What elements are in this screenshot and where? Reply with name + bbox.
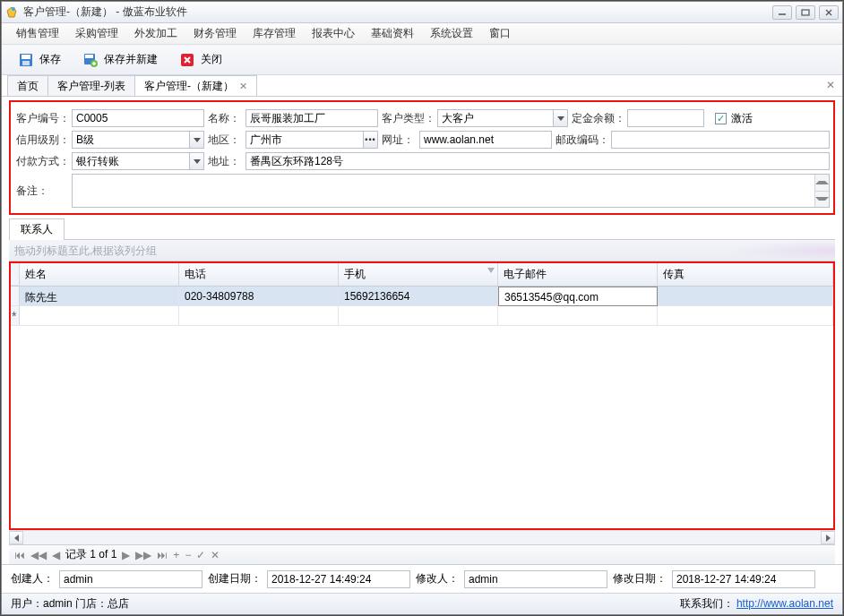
- modify-date-input[interactable]: [672, 570, 815, 588]
- label-remark: 备注：: [14, 184, 70, 199]
- modifier-input[interactable]: [464, 570, 607, 588]
- region-input[interactable]: [245, 131, 364, 149]
- app-window: 客户管理-（新建） - 傲蓝布业软件 销售管理 采购管理 外发加工 财务管理 库…: [1, 1, 843, 615]
- label-name: 名称：: [206, 111, 244, 126]
- tab-home[interactable]: 首页: [7, 75, 48, 96]
- tab-customer-new-label: 客户管理-（新建）: [144, 79, 234, 94]
- scroll-left-icon[interactable]: [9, 531, 23, 544]
- svg-rect-7: [22, 55, 30, 59]
- cell-email[interactable]: 36513545@qq.com: [498, 287, 658, 306]
- tab-contacts[interactable]: 联系人: [9, 218, 65, 240]
- record-navigator: ⏮ ◀◀ ◀ 记录 1 of 1 ▶ ▶▶ ⏭ + − ✓ ✕: [9, 544, 835, 564]
- create-date-input[interactable]: [267, 570, 410, 588]
- maximize-button[interactable]: [796, 5, 815, 20]
- customer-type-select[interactable]: [437, 109, 554, 127]
- remark-scroll-up-icon[interactable]: [815, 175, 829, 192]
- menu-outsourcing[interactable]: 外发加工: [129, 23, 183, 44]
- menu-sales[interactable]: 销售管理: [11, 23, 65, 44]
- credit-level-select[interactable]: [72, 131, 190, 149]
- menu-settings[interactable]: 系统设置: [425, 23, 478, 44]
- customer-code-input[interactable]: [72, 109, 204, 127]
- customer-type-dropdown-icon[interactable]: [554, 109, 568, 127]
- active-checkbox[interactable]: ✓: [715, 113, 727, 124]
- label-code: 客户编号：: [14, 111, 70, 126]
- status-bar: 用户：admin 门店：总店 联系我们： http://www.aolan.ne…: [2, 593, 842, 614]
- payment-method-dropdown-icon[interactable]: [190, 152, 204, 170]
- cell-fax[interactable]: [658, 287, 833, 306]
- close-button[interactable]: 关闭: [174, 49, 228, 71]
- cell-mobile[interactable]: 15692136654: [339, 287, 498, 306]
- status-link[interactable]: http://www.aolan.net: [736, 597, 833, 610]
- col-fax[interactable]: 传真: [658, 263, 833, 286]
- region-picker-icon[interactable]: •••: [364, 131, 378, 149]
- table-row-new[interactable]: [11, 306, 833, 326]
- tabs-close-all-icon[interactable]: ✕: [826, 79, 835, 91]
- remark-textarea[interactable]: [72, 174, 830, 208]
- menu-window[interactable]: 窗口: [484, 23, 516, 44]
- postal-code-input[interactable]: [611, 131, 830, 149]
- nav-first-icon[interactable]: ⏮: [14, 549, 25, 561]
- nav-last-icon[interactable]: ⏭: [157, 549, 168, 561]
- title-bar: 客户管理-（新建） - 傲蓝布业软件: [2, 2, 842, 23]
- menu-reports[interactable]: 报表中心: [306, 23, 360, 44]
- menu-purchase[interactable]: 采购管理: [70, 23, 124, 44]
- svg-rect-3: [802, 10, 809, 15]
- tab-customer-list-label: 客户管理-列表: [57, 79, 125, 94]
- record-position: 记录 1 of 1: [65, 547, 116, 562]
- new-row-indicator[interactable]: [11, 306, 20, 326]
- creator-input[interactable]: [59, 570, 202, 588]
- tab-customer-list[interactable]: 客户管理-列表: [47, 75, 135, 96]
- cell-name[interactable]: 陈先生: [20, 287, 179, 306]
- minimize-button[interactable]: [772, 5, 792, 20]
- nav-prev-page-icon[interactable]: ◀◀: [30, 549, 47, 561]
- nav-prev-icon[interactable]: ◀: [52, 549, 60, 561]
- nav-cancel-icon[interactable]: ✕: [211, 549, 220, 561]
- col-mobile[interactable]: 手机: [339, 263, 498, 286]
- customer-name-input[interactable]: [245, 109, 378, 127]
- menu-basedata[interactable]: 基础资料: [366, 23, 419, 44]
- col-mobile-filter-icon[interactable]: [487, 268, 495, 273]
- save-label: 保存: [39, 52, 61, 67]
- grid-group-hint[interactable]: 拖动列标题至此,根据该列分组: [9, 240, 835, 261]
- col-email[interactable]: 电子邮件: [498, 263, 658, 286]
- table-row[interactable]: 陈先生 020-34809788 15692136654 36513545@qq…: [11, 287, 833, 306]
- app-icon: [5, 6, 18, 19]
- grid-body: 陈先生 020-34809788 15692136654 36513545@qq…: [11, 287, 833, 528]
- save-new-icon: [82, 52, 99, 68]
- grid-header: 姓名 电话 手机 电子邮件 传真: [11, 263, 833, 287]
- toolbar: 保存 保存并新建 关闭: [2, 45, 842, 75]
- save-button[interactable]: 保存: [13, 49, 66, 71]
- contacts-grid: 姓名 电话 手机 电子邮件 传真 陈先生 020-34809788 156921…: [9, 261, 835, 530]
- remark-scroll-down-icon[interactable]: [815, 192, 829, 208]
- save-and-new-button[interactable]: 保存并新建: [77, 49, 163, 71]
- nav-delete-icon[interactable]: −: [185, 549, 191, 561]
- grid-row-selector-header: [11, 263, 20, 286]
- payment-method-select[interactable]: [72, 152, 190, 170]
- menu-finance[interactable]: 财务管理: [188, 23, 242, 44]
- label-address: 地址：: [206, 154, 244, 169]
- menu-inventory[interactable]: 库存管理: [247, 23, 301, 44]
- website-input[interactable]: [419, 131, 552, 149]
- address-input[interactable]: [245, 152, 830, 170]
- close-window-button[interactable]: [819, 5, 839, 20]
- scroll-right-icon[interactable]: [821, 531, 835, 544]
- credit-level-dropdown-icon[interactable]: [190, 131, 204, 149]
- col-name[interactable]: 姓名: [20, 263, 179, 286]
- close-icon: [179, 52, 195, 68]
- tab-contacts-label: 联系人: [21, 222, 53, 237]
- row-indicator[interactable]: [11, 287, 20, 306]
- label-region: 地区：: [206, 133, 244, 148]
- cell-tel[interactable]: 020-34809788: [179, 287, 339, 306]
- nav-next-page-icon[interactable]: ▶▶: [135, 549, 151, 561]
- horizontal-scrollbar[interactable]: [9, 530, 835, 544]
- tab-close-icon[interactable]: ✕: [239, 81, 247, 92]
- label-modifier: 修改人：: [416, 571, 459, 586]
- col-tel[interactable]: 电话: [179, 263, 339, 286]
- status-user: 用户：admin 门店：总店: [11, 596, 129, 612]
- nav-next-icon[interactable]: ▶: [122, 549, 130, 561]
- tab-customer-new[interactable]: 客户管理-（新建）✕: [134, 75, 257, 96]
- nav-add-icon[interactable]: +: [173, 549, 179, 561]
- label-type: 客户类型：: [380, 111, 435, 126]
- nav-commit-icon[interactable]: ✓: [196, 549, 205, 561]
- deposit-balance-input[interactable]: [627, 109, 704, 127]
